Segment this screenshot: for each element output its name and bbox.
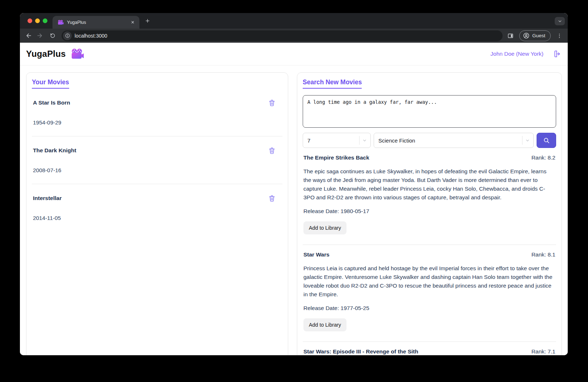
- browser-menu-icon[interactable]: [555, 31, 564, 40]
- result-title: Star Wars: Episode III - Revenge of the …: [303, 348, 418, 355]
- window-controls: [20, 18, 52, 23]
- desktop-background: YugaPlus: [0, 0, 588, 382]
- movie-title: Interstellar: [33, 195, 62, 201]
- logout-icon: [553, 50, 562, 58]
- reload-icon[interactable]: [48, 31, 57, 40]
- movie-title: A Star Is Born: [33, 99, 70, 106]
- main-content: Your Movies A Star Is Born 1954-09-29 T: [20, 65, 568, 355]
- search-result-row: Star Wars: Episode III - Revenge of the …: [303, 342, 556, 355]
- library-movie-row: A Star Is Born 1954-09-29: [32, 89, 282, 136]
- profile-chip[interactable]: Guest: [519, 30, 551, 41]
- app-header: YugaPlus John Doe (New York): [20, 43, 568, 65]
- select-divider: [522, 136, 522, 145]
- movie-title: The Dark Knight: [33, 147, 76, 154]
- search-icon: [543, 137, 550, 144]
- add-to-library-button[interactable]: Add to Library: [303, 318, 346, 331]
- brand: YugaPlus: [26, 48, 84, 59]
- forward-icon[interactable]: [36, 31, 45, 40]
- result-title: The Empire Strikes Back: [303, 154, 369, 161]
- new-tab-button[interactable]: [142, 16, 152, 26]
- result-title: Star Wars: [303, 251, 329, 258]
- logout-button[interactable]: [553, 50, 562, 58]
- your-movies-heading: Your Movies: [32, 78, 69, 89]
- back-icon[interactable]: [24, 31, 32, 40]
- close-window-button[interactable]: [28, 18, 32, 23]
- browser-tab-strip: YugaPlus: [20, 13, 568, 29]
- movie-camera-icon: [71, 48, 84, 59]
- tab-title: YugaPlus: [67, 20, 126, 25]
- user-profile-link[interactable]: John Doe (New York): [491, 51, 543, 57]
- search-movies-panel: Search New Movies A long time ago in a g…: [297, 72, 562, 355]
- result-release-date: Release Date: 1977-05-25: [303, 305, 555, 311]
- yugaplus-app: YugaPlus John Doe (New York) Your Movies: [20, 43, 568, 355]
- search-button[interactable]: [537, 133, 556, 148]
- tab-favicon-movie-camera-icon: [58, 20, 64, 25]
- result-rank: Rank: 8.1: [532, 251, 555, 258]
- browser-tab[interactable]: YugaPlus: [52, 16, 139, 29]
- person-circle-icon: [523, 32, 530, 39]
- result-limit-value: 7: [307, 137, 359, 144]
- result-rank: Rank: 7.1: [532, 348, 555, 355]
- tab-close-icon[interactable]: [129, 19, 136, 26]
- zoom-window-button[interactable]: [43, 18, 47, 23]
- your-movies-panel: Your Movies A Star Is Born 1954-09-29 T: [26, 72, 288, 355]
- site-info-icon[interactable]: [63, 31, 72, 40]
- trash-icon: [268, 194, 276, 202]
- movie-release-date: 2008-07-16: [33, 167, 281, 174]
- toolbar-right-cluster: Guest: [506, 30, 564, 41]
- url-text: localhost:3000: [75, 33, 107, 39]
- movie-release-date: 2014-11-05: [33, 215, 281, 221]
- tab-search-chevron-button[interactable]: [555, 17, 565, 25]
- result-limit-select[interactable]: 7: [303, 133, 371, 148]
- profile-label: Guest: [532, 33, 545, 38]
- library-movie-row: Interstellar 2014-11-05: [32, 184, 282, 232]
- result-description: Princess Leia is captured and held hosta…: [303, 264, 555, 299]
- search-query-input[interactable]: A long time ago in a galaxy far, far awa…: [303, 95, 556, 128]
- search-result-row: Star Wars Rank: 8.1 Princess Leia is cap…: [303, 245, 556, 342]
- chevron-down-icon: [362, 137, 368, 143]
- trash-icon: [268, 99, 276, 107]
- chevron-down-icon: [525, 137, 530, 143]
- result-description: The epic saga continues as Luke Skywalke…: [303, 167, 555, 202]
- delete-movie-button[interactable]: [268, 99, 276, 108]
- add-to-library-button[interactable]: Add to Library: [303, 221, 346, 234]
- side-panel-icon[interactable]: [506, 31, 515, 40]
- result-rank: Rank: 8.2: [532, 154, 555, 161]
- library-movie-row: The Dark Knight 2008-07-16: [32, 136, 282, 184]
- minimize-window-button[interactable]: [35, 18, 40, 23]
- delete-movie-button[interactable]: [268, 194, 276, 203]
- browser-toolbar: localhost:3000 Guest: [20, 29, 568, 43]
- user-area: John Doe (New York): [491, 50, 562, 58]
- genre-value: Science Fiction: [378, 137, 522, 144]
- result-release-date: Release Date: 1980-05-17: [303, 208, 555, 215]
- genre-select[interactable]: Science Fiction: [374, 133, 534, 148]
- address-bar[interactable]: localhost:3000: [62, 30, 503, 41]
- trash-icon: [268, 147, 276, 154]
- app-title: YugaPlus: [26, 49, 66, 59]
- search-result-row: The Empire Strikes Back Rank: 8.2 The ep…: [303, 148, 556, 245]
- search-heading: Search New Movies: [303, 78, 362, 89]
- search-controls: 7 Science Fiction: [303, 133, 556, 148]
- movie-release-date: 1954-09-29: [33, 119, 281, 126]
- search-results: The Empire Strikes Back Rank: 8.2 The ep…: [303, 148, 556, 355]
- select-divider: [359, 136, 360, 145]
- browser-window: YugaPlus: [20, 13, 568, 355]
- delete-movie-button[interactable]: [268, 147, 276, 156]
